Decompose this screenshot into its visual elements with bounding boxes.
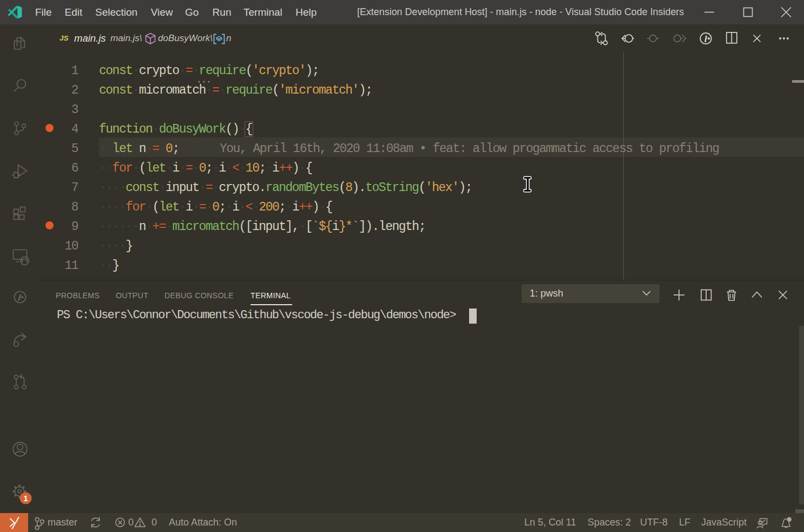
svg-text:1: 1 <box>23 494 28 503</box>
